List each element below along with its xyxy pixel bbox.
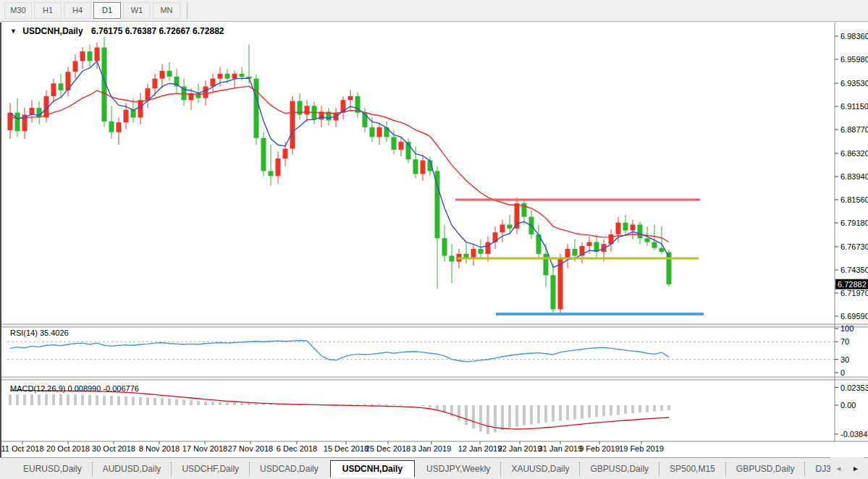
tab-scroll-left-icon[interactable]: ◄ bbox=[835, 465, 842, 472]
chart-window: ▼ USDCNH,Daily 6.76175 6.76387 6.72667 6… bbox=[0, 22, 868, 457]
collapse-triangle-icon[interactable]: ▼ bbox=[10, 27, 17, 35]
svg-text:27 Nov 2018: 27 Nov 2018 bbox=[228, 444, 273, 453]
svg-text:11 Oct 2018: 11 Oct 2018 bbox=[1, 444, 44, 453]
chart-tabbar: EURUSD,DailyAUDUSD,DailyUSDCHF,DailyUSDC… bbox=[0, 457, 868, 479]
svg-text:6.98360: 6.98360 bbox=[840, 32, 868, 41]
svg-text:17 Nov 2018: 17 Nov 2018 bbox=[182, 444, 227, 453]
chart-ohlc-values: 6.76175 6.76387 6.72667 6.72882 bbox=[91, 26, 224, 36]
svg-text:6.81560: 6.81560 bbox=[840, 195, 868, 204]
chart-tab-audusd-daily[interactable]: AUDUSD,Daily bbox=[92, 462, 172, 476]
svg-text:20 Oct 2018: 20 Oct 2018 bbox=[46, 444, 90, 453]
svg-text:0: 0 bbox=[840, 368, 845, 377]
toolbar-divider bbox=[187, 2, 187, 20]
chart-tab-usdcad-daily[interactable]: USDCAD,Daily bbox=[249, 462, 329, 476]
svg-text:8 Nov 2018: 8 Nov 2018 bbox=[139, 444, 180, 453]
svg-text:3 Jan 2019: 3 Jan 2019 bbox=[412, 444, 451, 453]
timeframe-button-w1[interactable]: W1 bbox=[123, 2, 151, 19]
chart-tab-xauusd-daily[interactable]: XAUUSD,Daily bbox=[500, 462, 579, 476]
svg-text:22 Jan 2019: 22 Jan 2019 bbox=[498, 444, 542, 453]
timeframe-button-d1[interactable]: D1 bbox=[93, 2, 121, 19]
rsi-indicator-label: RSI(14) 35.4026 bbox=[10, 328, 69, 337]
svg-text:31 Jan 2019: 31 Jan 2019 bbox=[539, 444, 583, 453]
svg-text:6.86320: 6.86320 bbox=[840, 149, 868, 158]
svg-text:30: 30 bbox=[840, 355, 849, 364]
svg-text:6.79180: 6.79180 bbox=[840, 219, 868, 227]
timeframe-toolbar: M30H1H4D1W1MN bbox=[0, 0, 868, 22]
chart-tab-gbpusd-daily[interactable]: GBPUSD,Daily bbox=[725, 462, 805, 476]
timeframe-button-h1[interactable]: H1 bbox=[34, 2, 62, 19]
chart-tab-usdchf-daily[interactable]: USDCHF,Daily bbox=[171, 462, 249, 476]
svg-text:70: 70 bbox=[840, 337, 849, 346]
svg-text:6.71970: 6.71970 bbox=[840, 289, 868, 297]
timeframe-button-mn[interactable]: MN bbox=[153, 2, 180, 19]
timeframe-buttons: M30H1H4D1W1MN bbox=[4, 2, 182, 19]
chart-tab-usdjpy-weekly[interactable]: USDJPY,Weekly bbox=[416, 462, 500, 476]
svg-text:30 Oct 2018: 30 Oct 2018 bbox=[92, 444, 135, 453]
svg-text:6.74350: 6.74350 bbox=[840, 266, 868, 274]
svg-text:6.72882: 6.72882 bbox=[838, 280, 867, 289]
svg-text:6.76730: 6.76730 bbox=[840, 242, 868, 251]
svg-text:19 Feb 2019: 19 Feb 2019 bbox=[619, 444, 664, 453]
chart-tab-eurusd-daily[interactable]: EURUSD,Daily bbox=[13, 462, 92, 476]
chart-tab-gbpusd-daily[interactable]: GBPUSD,Daily bbox=[579, 462, 659, 476]
svg-text:0.00: 0.00 bbox=[840, 401, 856, 410]
svg-text:15 Dec 2018: 15 Dec 2018 bbox=[324, 444, 368, 453]
chart-symbol-label: USDCNH,Daily bbox=[22, 26, 83, 36]
chart-title: ▼ USDCNH,Daily 6.76175 6.76387 6.72667 6… bbox=[10, 26, 224, 36]
svg-text:6 Dec 2018: 6 Dec 2018 bbox=[277, 444, 317, 453]
tab-scroll-arrows: ◄ ► bbox=[830, 457, 864, 479]
svg-text:25 Dec 2018: 25 Dec 2018 bbox=[366, 444, 410, 453]
svg-text:-0.038466: -0.038466 bbox=[840, 430, 868, 438]
tab-scroll-right-icon[interactable]: ► bbox=[852, 465, 859, 472]
timeframe-button-m30[interactable]: M30 bbox=[4, 2, 32, 19]
svg-text:0.023534: 0.023534 bbox=[840, 383, 868, 392]
chart-tab-usdcnh-daily[interactable]: USDCNH,Daily bbox=[330, 460, 415, 478]
timeframe-button-h4[interactable]: H4 bbox=[64, 2, 91, 19]
macd-indicator-label: MACD(12,26,9) 0.008990 -0.006776 bbox=[10, 384, 139, 393]
svg-text:12 Jan 2019: 12 Jan 2019 bbox=[458, 444, 502, 453]
svg-text:6.95980: 6.95980 bbox=[840, 55, 868, 64]
svg-text:6.93530: 6.93530 bbox=[840, 79, 868, 88]
svg-text:9 Feb 2019: 9 Feb 2019 bbox=[579, 444, 620, 453]
svg-text:6.83940: 6.83940 bbox=[840, 172, 868, 181]
chart-tab-sp500-m15[interactable]: SP500,M15 bbox=[659, 462, 725, 476]
svg-text:100: 100 bbox=[840, 324, 854, 333]
svg-text:6.69590: 6.69590 bbox=[840, 312, 868, 321]
svg-text:6.91150: 6.91150 bbox=[840, 102, 868, 111]
svg-text:6.88770: 6.88770 bbox=[840, 125, 868, 134]
